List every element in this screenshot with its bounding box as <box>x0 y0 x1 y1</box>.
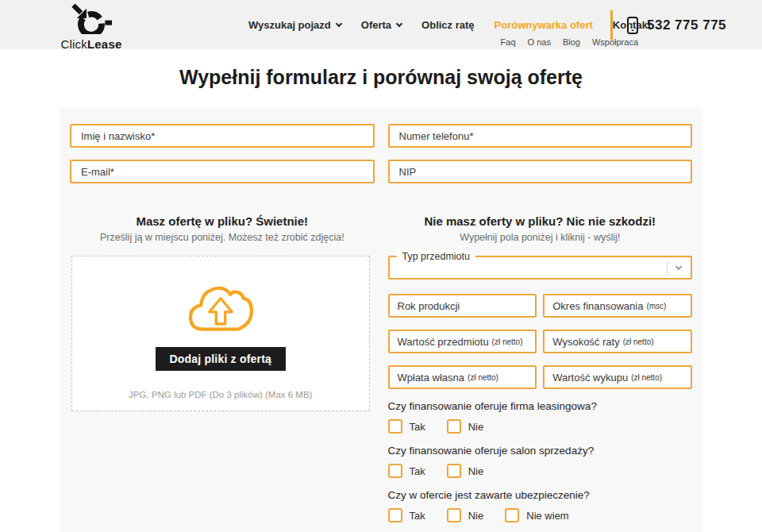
nav-label: Oferta <box>361 19 391 31</box>
item-value-input[interactable]: Wartość przedmiotu (zł netto) <box>388 330 537 353</box>
file-dropzone[interactable]: Dodaj pliki z ofertą JPG, PNG lub PDF (D… <box>71 256 370 411</box>
option-dealer-nie[interactable]: Nie <box>447 464 484 478</box>
phone-input[interactable] <box>388 124 693 148</box>
email-input[interactable] <box>70 160 375 183</box>
nav-item-wyszukaj-pojazd[interactable]: Wyszukaj pojazd <box>248 19 341 31</box>
checkbox[interactable] <box>388 464 402 478</box>
upload-heading: Masz ofertę w pliku? Świetnie! <box>70 214 375 228</box>
nav-label: Wyszukaj pojazd <box>248 19 331 31</box>
subnav-item-faq[interactable]: Faq <box>501 37 516 47</box>
checkbox[interactable] <box>505 508 519 522</box>
nav-item-porownywarka-ofert[interactable]: Porównywarka ofert <box>495 19 593 31</box>
name-input[interactable] <box>70 124 375 148</box>
contact-fields <box>70 124 692 183</box>
checkbox[interactable] <box>388 419 402 434</box>
upload-section: Masz ofertę w pliku? Świetnie! Prześlij … <box>70 214 375 522</box>
select-arrow <box>667 261 691 275</box>
installment-amount-input[interactable]: Wysokość raty (zł netto) <box>543 330 692 353</box>
detail-fields: Rok produkcji Okres finansowania (msc) W… <box>388 294 693 389</box>
checkbox[interactable] <box>388 508 402 522</box>
chevron-down-icon <box>675 264 682 270</box>
production-year-input[interactable]: Rok produkcji <box>388 294 537 318</box>
clicklease-logo-icon <box>71 2 112 34</box>
page-title: Wypełnij formularz i porównaj swoją ofer… <box>0 66 762 89</box>
option-leasing-nie[interactable]: Nie <box>447 419 484 434</box>
phone-icon <box>626 16 639 35</box>
question-leasing-company: Czy finansowanie oferuje firma leasingow… <box>388 400 693 434</box>
own-payment-input[interactable]: Wpłata własna (zł netto) <box>388 365 537 389</box>
item-type-select[interactable]: Typ przedmiotu <box>388 256 693 279</box>
chevron-down-icon <box>336 21 342 27</box>
question-insurance: Czy w ofercie jest zawarte ubezpieczenie… <box>388 489 693 522</box>
nav-label: Porównywarka ofert <box>495 19 593 31</box>
buyout-value-input[interactable]: Wartość wykupu (zł netto) <box>543 365 692 389</box>
phone-contact[interactable]: 532 775 775 <box>610 10 726 40</box>
nav-item-oblicz-rate[interactable]: Oblicz ratę <box>421 19 474 31</box>
manual-subheading: Wypełnij pola poniżej i kliknij - wyślij… <box>388 232 693 243</box>
main-nav: Wyszukaj pojazd Oferta Oblicz ratę Porów… <box>248 19 651 31</box>
manual-section: Nie masz oferty w pliku? Nic nie szkodzi… <box>388 214 693 522</box>
option-dealer-tak[interactable]: Tak <box>388 464 425 478</box>
subnav-item-o-nas[interactable]: O nas <box>528 37 551 47</box>
upload-subheading: Prześlij ją w miejscu poniżej. Możesz te… <box>70 232 375 243</box>
financing-period-input[interactable]: Okres finansowania (msc) <box>543 294 692 318</box>
checkbox[interactable] <box>447 464 461 478</box>
cloud-upload-icon <box>183 279 259 339</box>
file-requirements: JPG, PNG lub PDF (Do 3 plików) (Max 6 MB… <box>129 390 312 399</box>
checkbox[interactable] <box>447 508 461 522</box>
comparison-form: Masz ofertę w pliku? Świetnie! Prześlij … <box>60 107 702 532</box>
nav-item-oferta[interactable]: Oferta <box>361 19 402 31</box>
header: ClickLease Wyszukaj pojazd Oferta Oblicz… <box>0 0 762 49</box>
logo-text: ClickLease <box>60 37 123 51</box>
add-files-button[interactable]: Dodaj pliki z ofertą <box>156 347 286 371</box>
checkbox[interactable] <box>447 419 461 434</box>
option-insurance-nie-wiem[interactable]: Nie wiem <box>505 508 568 522</box>
chevron-down-icon <box>396 21 402 27</box>
logo[interactable]: ClickLease <box>60 2 123 51</box>
manual-heading: Nie masz oferty w pliku? Nic nie szkodzi… <box>388 214 693 228</box>
question-dealer: Czy finansowanie oferuje salon sprzedaży… <box>388 445 693 478</box>
nip-input[interactable] <box>388 160 693 183</box>
option-insurance-tak[interactable]: Tak <box>388 508 425 522</box>
option-leasing-tak[interactable]: Tak <box>388 419 425 434</box>
subnav-item-blog[interactable]: Blog <box>563 37 580 47</box>
item-type-label: Typ przedmiotu <box>397 250 475 263</box>
phone-number: 532 775 775 <box>647 17 726 33</box>
option-insurance-nie[interactable]: Nie <box>447 508 484 522</box>
nav-label: Oblicz ratę <box>421 19 474 31</box>
